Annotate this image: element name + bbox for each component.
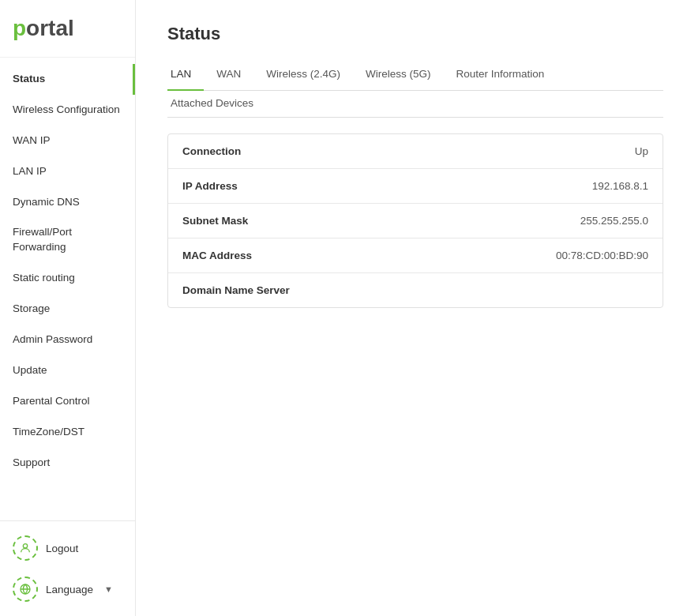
tab-wireless-2g[interactable]: Wireless (2.4G)	[253, 62, 353, 91]
ip-address-label: IP Address	[182, 180, 238, 192]
status-table: Connection Up IP Address 192.168.8.1 Sub…	[167, 133, 663, 308]
connection-label: Connection	[182, 145, 241, 157]
tab-wireless-5g[interactable]: Wireless (5G)	[353, 62, 444, 91]
logo-area: portal	[0, 0, 135, 58]
sidebar-item-update[interactable]: Update	[0, 355, 135, 386]
sidebar-item-support[interactable]: Support	[0, 448, 135, 479]
sidebar-item-firewall-port[interactable]: Firewall/Port Forwarding	[0, 217, 135, 263]
sidebar-item-admin-password[interactable]: Admin Password	[0, 325, 135, 355]
subnet-mask-label: Subnet Mask	[182, 215, 248, 227]
table-row: Subnet Mask 255.255.255.0	[168, 204, 663, 239]
sidebar-item-lan-ip[interactable]: LAN IP	[0, 156, 135, 187]
main-tabs: LAN WAN Wireless (2.4G) Wireless (5G) Ro…	[167, 62, 663, 91]
tab-lan[interactable]: LAN	[167, 62, 204, 91]
sidebar-item-status[interactable]: Status	[0, 64, 135, 95]
mac-address-label: MAC Address	[182, 250, 252, 261]
nav-items: Status Wireless Configuration WAN IP LAN…	[0, 58, 135, 520]
sidebar-item-dynamic-dns[interactable]: Dynamic DNS	[0, 187, 135, 218]
table-row: Domain Name Server	[168, 273, 663, 307]
sidebar-item-storage[interactable]: Storage	[0, 294, 135, 325]
sidebar-item-wireless-config[interactable]: Wireless Configuration	[0, 95, 135, 126]
sidebar-item-parental-control[interactable]: Parental Control	[0, 386, 135, 417]
language-dropdown-icon: ▼	[104, 584, 113, 594]
page-title: Status	[167, 24, 663, 44]
logout-label: Logout	[46, 543, 78, 554]
table-row: MAC Address 00:78:CD:00:BD:90	[168, 239, 663, 273]
ip-address-value: 192.168.8.1	[592, 180, 648, 192]
sub-tabs: Attached Devices	[167, 91, 663, 118]
logo: portal	[13, 16, 122, 41]
language-icon	[13, 577, 38, 602]
sidebar: portal Status Wireless Configuration WAN…	[0, 0, 136, 616]
table-row: IP Address 192.168.8.1	[168, 169, 663, 204]
language-button[interactable]: Language ▼	[0, 569, 135, 610]
mac-address-value: 00:78:CD:00:BD:90	[556, 250, 648, 261]
sidebar-item-wan-ip[interactable]: WAN IP	[0, 126, 135, 156]
sidebar-item-static-routing[interactable]: Static routing	[0, 263, 135, 294]
logout-button[interactable]: Logout	[0, 528, 135, 569]
svg-point-0	[23, 544, 27, 548]
connection-value: Up	[635, 145, 648, 157]
sub-tab-attached-devices[interactable]: Attached Devices	[167, 91, 263, 117]
tab-router-info[interactable]: Router Information	[444, 62, 557, 91]
table-row: Connection Up	[168, 134, 663, 169]
subnet-mask-value: 255.255.255.0	[580, 215, 648, 227]
logout-icon	[13, 535, 38, 561]
domain-name-server-label: Domain Name Server	[182, 284, 290, 296]
tab-wan[interactable]: WAN	[204, 62, 253, 91]
sidebar-item-timezone-dst[interactable]: TimeZone/DST	[0, 417, 135, 448]
language-label: Language	[46, 584, 93, 595]
sidebar-bottom: Logout Language ▼	[0, 520, 135, 616]
main-content: Status LAN WAN Wireless (2.4G) Wireless …	[136, 0, 687, 616]
